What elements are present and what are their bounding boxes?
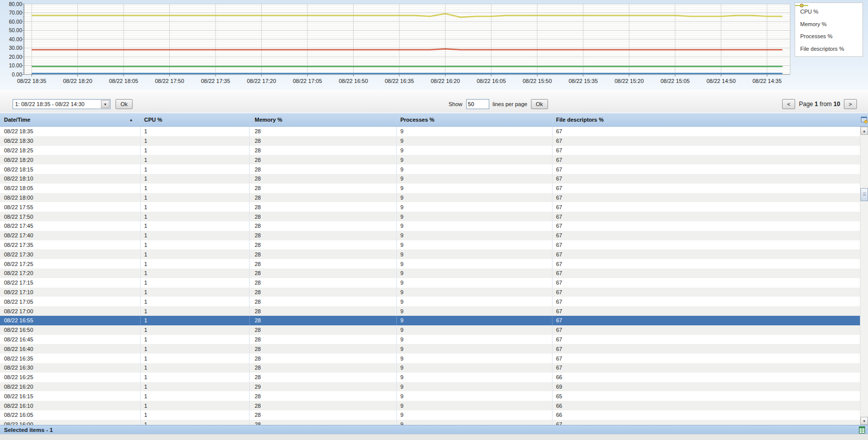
table-row[interactable]: 08/22 17:10128967 — [0, 288, 860, 297]
table-cell: 08/22 17:10 — [0, 288, 141, 297]
table-row[interactable]: 08/22 16:20129969 — [0, 382, 860, 392]
table-cell: 28 — [250, 420, 397, 425]
table-cell: 08/22 17:50 — [0, 212, 141, 221]
table-row[interactable]: 08/22 16:40128967 — [0, 344, 860, 354]
legend-label: CPU % — [800, 9, 818, 15]
table-cell: 9 — [397, 410, 553, 420]
table-cell: 08/22 17:30 — [0, 249, 141, 259]
table-cell: 28 — [250, 202, 397, 212]
table-row-selected[interactable]: 08/22 16:55128967 — [0, 316, 860, 325]
table-row[interactable]: 08/22 16:10128966 — [0, 401, 860, 410]
table-row[interactable]: 08/22 18:15128967 — [0, 164, 860, 174]
table-cell: 67 — [553, 202, 860, 212]
status-bar: Selected items - 1 — [0, 425, 868, 434]
table-cell: 28 — [250, 231, 397, 240]
table-cell: 9 — [397, 164, 553, 174]
lines-per-page-ok-button[interactable]: Ok — [531, 99, 548, 109]
table-cell: 28 — [250, 335, 397, 344]
table-cell: 28 — [250, 354, 397, 363]
table-row[interactable]: 08/22 18:30128967 — [0, 136, 860, 146]
table-cell: 1 — [141, 363, 250, 373]
table-row[interactable]: 08/22 16:15128965 — [0, 391, 860, 401]
scrollbar-thumb[interactable]: ☰ — [860, 188, 868, 201]
next-page-button[interactable]: > — [844, 99, 857, 109]
y-tick-label: 70.00 — [9, 10, 22, 16]
export-table-icon[interactable] — [858, 426, 865, 434]
table-row[interactable]: 08/22 17:20128967 — [0, 269, 860, 278]
table-row[interactable]: 08/22 17:35128967 — [0, 240, 860, 250]
table-cell: 1 — [141, 278, 250, 288]
sort-ascending-icon[interactable]: ▲ — [129, 118, 133, 122]
table-cell: 9 — [397, 136, 553, 146]
table-cell: 1 — [141, 354, 250, 363]
table-cell: 28 — [250, 316, 397, 325]
table-cell: 1 — [141, 136, 250, 146]
table-cell: 67 — [553, 354, 860, 363]
table-row[interactable]: 08/22 17:55128967 — [0, 202, 860, 212]
column-header-file-descriptors[interactable]: File descriptors % — [553, 113, 860, 126]
lines-per-page-label: lines per page — [493, 101, 527, 107]
x-tick-label: 08/22 16:35 — [385, 78, 414, 84]
table-cell: 1 — [141, 335, 250, 344]
column-header-datetime[interactable]: Date/Time ▲ — [0, 113, 141, 126]
table-cell: 9 — [397, 174, 553, 184]
column-header-processes[interactable]: Processes % — [397, 113, 553, 126]
table-cell: 67 — [553, 259, 860, 269]
table-cell: 08/22 17:35 — [0, 240, 141, 250]
table-cell: 08/22 16:20 — [0, 382, 141, 392]
table-cell: 9 — [397, 221, 553, 231]
lines-per-page-input[interactable] — [466, 99, 489, 109]
column-header-cpu[interactable]: CPU % — [141, 113, 250, 126]
table-row[interactable]: 08/22 18:10128967 — [0, 174, 860, 184]
table-cell: 08/22 16:25 — [0, 373, 141, 382]
table-row[interactable]: 08/22 17:40128967 — [0, 231, 860, 240]
legend-item: CPU % — [800, 6, 862, 18]
legend-marker-icon — [795, 3, 808, 8]
table-cell: 08/22 18:35 — [0, 127, 141, 136]
table-cell: 28 — [250, 344, 397, 354]
table-row[interactable]: 08/22 17:45128967 — [0, 221, 860, 231]
table-row[interactable]: 08/22 16:00128967 — [0, 420, 860, 425]
table-row[interactable]: 08/22 17:25128967 — [0, 259, 860, 269]
table-cell: 28 — [250, 373, 397, 382]
scroll-down-icon[interactable]: ▼ — [860, 417, 868, 425]
table-cell: 28 — [250, 221, 397, 231]
table-row[interactable]: 08/22 17:50128967 — [0, 212, 860, 221]
table-cell: 1 — [141, 231, 250, 240]
table-cell: 9 — [397, 155, 553, 164]
table-cell: 65 — [553, 391, 860, 401]
table-row[interactable]: 08/22 17:15128967 — [0, 278, 860, 288]
range-ok-button[interactable]: Ok — [116, 99, 133, 109]
table-row[interactable]: 08/22 16:50128967 — [0, 325, 860, 335]
table-cell: 9 — [397, 259, 553, 269]
time-range-select[interactable]: 1: 08/22 18:35 - 08/22 14:30 ▼ — [13, 99, 111, 109]
x-tick-label: 08/22 16:50 — [339, 78, 368, 84]
table-cell: 1 — [141, 202, 250, 212]
table-settings-icon[interactable] — [860, 113, 868, 126]
total-pages-number: 10 — [833, 101, 840, 108]
legend-item: Processes % — [800, 30, 862, 43]
table-row[interactable]: 08/22 16:35128967 — [0, 354, 860, 363]
table-row[interactable]: 08/22 18:35128967 — [0, 127, 860, 136]
table-row[interactable]: 08/22 17:05128967 — [0, 297, 860, 306]
table-cell: 1 — [141, 127, 250, 136]
table-row[interactable]: 08/22 17:00128967 — [0, 306, 860, 316]
table-row[interactable]: 08/22 16:25128966 — [0, 373, 860, 382]
table-row[interactable]: 08/22 17:30128967 — [0, 249, 860, 259]
prev-page-button[interactable]: < — [782, 99, 795, 109]
table-cell: 08/22 17:05 — [0, 297, 141, 306]
x-tick-label: 08/22 18:05 — [109, 78, 138, 84]
column-header-memory[interactable]: Memory % — [250, 113, 397, 126]
table-row[interactable]: 08/22 16:05128966 — [0, 410, 860, 420]
table-row[interactable]: 08/22 18:20128967 — [0, 155, 860, 164]
table-row[interactable]: 08/22 18:25128967 — [0, 146, 860, 155]
table-row[interactable]: 08/22 18:00128967 — [0, 193, 860, 203]
table-row[interactable]: 08/22 16:30128967 — [0, 363, 860, 373]
vertical-scrollbar[interactable]: ▲ ☰ ▼ — [860, 127, 868, 425]
table-row[interactable]: 08/22 16:45128967 — [0, 335, 860, 344]
table-row[interactable]: 08/22 18:05128967 — [0, 184, 860, 193]
table-cell: 1 — [141, 146, 250, 155]
chevron-down-icon[interactable]: ▼ — [101, 100, 110, 108]
scroll-up-icon[interactable]: ▲ — [860, 127, 868, 135]
table-cell: 1 — [141, 240, 250, 250]
